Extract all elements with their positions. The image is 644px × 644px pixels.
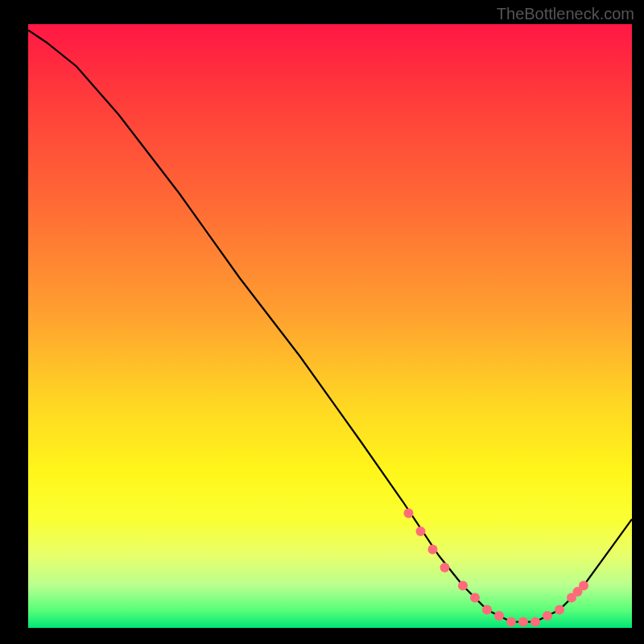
- data-point: [482, 605, 492, 615]
- chart-container: TheBottleneck.com: [0, 0, 644, 644]
- data-point: [506, 617, 516, 627]
- plot-area: [28, 24, 632, 628]
- data-point: [518, 617, 528, 627]
- watermark-text: TheBottleneck.com: [497, 5, 634, 23]
- data-point: [428, 545, 438, 555]
- data-point: [458, 581, 468, 591]
- data-point: [494, 611, 504, 621]
- data-point: [530, 617, 540, 627]
- data-point: [440, 563, 450, 572]
- chart-svg: [28, 24, 632, 628]
- data-point: [470, 593, 480, 603]
- data-point: [579, 581, 588, 591]
- data-point: [404, 509, 414, 518]
- data-point: [543, 611, 552, 621]
- data-point: [555, 605, 564, 615]
- data-point: [416, 526, 426, 536]
